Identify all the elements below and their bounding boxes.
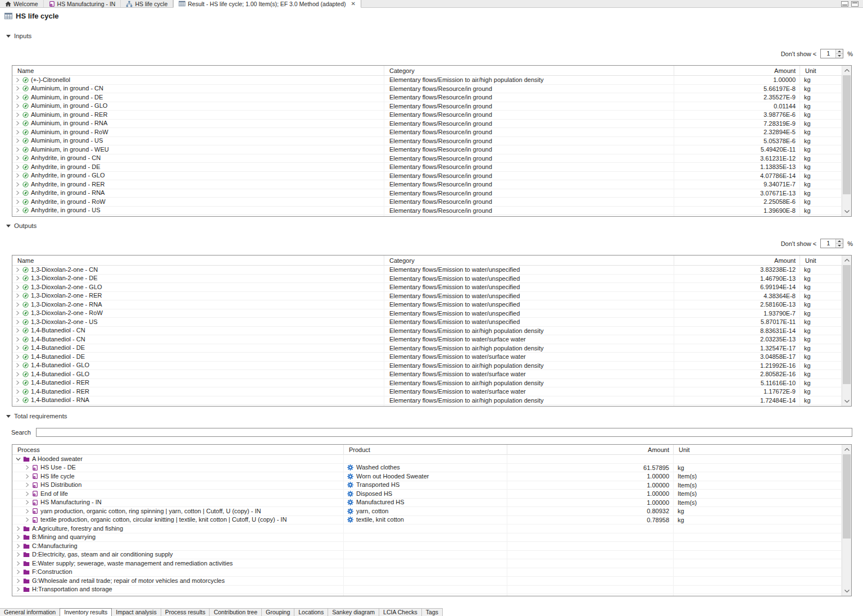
flow-row[interactable]: 1,3-Dioxolan-2-one - RoW Elementary flow… <box>12 309 851 318</box>
expand-chevron-icon[interactable] <box>15 156 20 161</box>
expand-chevron-icon[interactable] <box>16 587 21 592</box>
collapse-triangle-icon[interactable] <box>6 415 11 418</box>
expand-chevron-icon[interactable] <box>16 596 21 596</box>
process-row[interactable]: E:Water supply; sewerage, waste manageme… <box>12 559 851 568</box>
flow-row[interactable]: Anhydrite, in ground - CN Elementary flo… <box>12 154 851 163</box>
tab-hs-life-cycle[interactable]: HS life cycle <box>121 0 173 7</box>
expand-chevron-icon[interactable] <box>15 190 20 195</box>
bottom-tab-grouping[interactable]: Grouping <box>261 608 294 616</box>
col-header-unit[interactable]: Unit <box>800 66 842 76</box>
process-row[interactable]: yarn production, organic cotton, ring sp… <box>12 507 851 516</box>
process-row[interactable]: textile production, organic cotton, circ… <box>12 516 851 525</box>
expand-chevron-icon[interactable] <box>25 482 30 487</box>
flow-row[interactable]: 1,4-Butanediol - GLO Elementary flows/Em… <box>12 362 851 371</box>
collapse-triangle-icon[interactable] <box>6 35 11 38</box>
expand-chevron-icon[interactable] <box>15 147 20 152</box>
expand-chevron-icon[interactable] <box>15 293 20 298</box>
flow-row[interactable]: 1,4-Butanediol - RER Elementary flows/Em… <box>12 387 851 396</box>
bottom-tab-sankey-diagram[interactable]: Sankey diagram <box>328 608 379 616</box>
expand-chevron-icon[interactable] <box>16 457 21 461</box>
scroll-thumb[interactable] <box>843 454 851 539</box>
expand-chevron-icon[interactable] <box>15 320 20 325</box>
outputs-scrollbar[interactable] <box>842 255 851 406</box>
flow-row[interactable]: Anhydrite, in ground - RER Elementary fl… <box>12 180 851 189</box>
flow-row[interactable]: Aluminium, in ground - RoW Elementary fl… <box>12 128 851 137</box>
col-header-product[interactable]: Product <box>344 445 507 455</box>
flow-row[interactable]: 1,3-Dioxolan-2-one - RNA Elementary flow… <box>12 300 851 309</box>
scroll-up-icon[interactable] <box>842 445 851 454</box>
flow-row[interactable]: Aluminium, in ground - WEU Elementary fl… <box>12 145 851 154</box>
flow-row[interactable]: Anhydrite, in ground - WEU Elementary fl… <box>12 215 851 217</box>
flow-row[interactable]: Anhydrite, in ground - DE Elementary flo… <box>12 163 851 172</box>
section-header-outputs[interactable]: Outputs <box>6 222 37 229</box>
flow-row[interactable]: 1,4-Butanediol - DE Elementary flows/Emi… <box>12 353 851 362</box>
flow-row[interactable]: 1,3-Dioxolan-2-one - DE Elementary flows… <box>12 275 851 284</box>
flow-row[interactable]: Anhydrite, in ground - US Elementary flo… <box>12 207 851 216</box>
expand-chevron-icon[interactable] <box>16 535 21 540</box>
expand-chevron-icon[interactable] <box>15 130 20 135</box>
expand-chevron-icon[interactable] <box>16 544 21 549</box>
expand-chevron-icon[interactable] <box>15 372 20 377</box>
expand-chevron-icon[interactable] <box>15 363 20 368</box>
flow-row[interactable]: Aluminium, in ground - RNA Elementary fl… <box>12 120 851 129</box>
flow-row[interactable]: 1,4-Butanediol - RNA Elementary flows/Em… <box>12 396 851 405</box>
expand-chevron-icon[interactable] <box>15 267 20 272</box>
process-row[interactable]: D:Electricity, gas, steam and air condit… <box>12 551 851 560</box>
bottom-tab-contribution-tree[interactable]: Contribution tree <box>209 608 262 616</box>
cutoff-value[interactable]: 1 <box>821 239 835 248</box>
flow-row[interactable]: Aluminium, in ground - RER Elementary fl… <box>12 111 851 120</box>
scroll-thumb[interactable] <box>843 265 851 384</box>
col-header-amount[interactable]: Amount <box>674 66 800 76</box>
expand-chevron-icon[interactable] <box>15 86 20 91</box>
bottom-tab-inventory-results[interactable]: Inventory results <box>60 608 112 616</box>
col-header-name[interactable]: Name <box>12 255 384 266</box>
col-header-amount[interactable]: Amount <box>674 255 800 266</box>
cutoff-spinner[interactable]: 1 <box>820 49 843 58</box>
flow-row[interactable]: Aluminium, in ground - US Elementary flo… <box>12 137 851 146</box>
process-row[interactable]: H:Transportation and storage <box>12 586 851 595</box>
bottom-tab-impact-analysis[interactable]: Impact analysis <box>111 608 161 616</box>
expand-chevron-icon[interactable] <box>15 208 20 213</box>
flow-row[interactable]: Aluminium, in ground - CN Elementary flo… <box>12 85 851 94</box>
expand-chevron-icon[interactable] <box>16 578 21 583</box>
flow-row[interactable]: Aluminium, in ground - GLO Elementary fl… <box>12 102 851 111</box>
expand-chevron-icon[interactable] <box>15 121 20 126</box>
flow-row[interactable]: (+-)-Citronellol Elementary flows/Emissi… <box>12 76 851 85</box>
expand-chevron-icon[interactable] <box>15 165 20 170</box>
expand-chevron-icon[interactable] <box>15 199 20 204</box>
cutoff-spinner[interactable]: 1 <box>820 239 843 248</box>
flow-row[interactable]: Anhydrite, in ground - RNA Elementary fl… <box>12 189 851 198</box>
flow-row[interactable]: 1,4-Butanediol - RNA Elementary flows/Em… <box>12 405 851 407</box>
spinner-up-icon[interactable] <box>836 239 843 244</box>
expand-chevron-icon[interactable] <box>15 311 20 316</box>
col-header-amount[interactable]: Amount <box>507 445 674 455</box>
flow-row[interactable]: 1,4-Butanediol - CN Elementary flows/Emi… <box>12 335 851 344</box>
expand-chevron-icon[interactable] <box>15 182 20 187</box>
expand-chevron-icon[interactable] <box>15 112 20 117</box>
tab-result[interactable]: Result - HS life cycle; 1.00 Item(s); EF… <box>173 0 361 8</box>
tab-hs-manufacturing[interactable]: HS Manufacturing - IN <box>44 0 121 7</box>
minimize-icon[interactable] <box>841 1 848 7</box>
col-header-unit[interactable]: Unit <box>674 445 842 455</box>
expand-chevron-icon[interactable] <box>15 77 20 83</box>
scroll-down-icon[interactable] <box>842 207 851 216</box>
col-header-category[interactable]: Category <box>384 255 674 266</box>
bottom-tab-tags[interactable]: Tags <box>421 608 443 616</box>
expand-chevron-icon[interactable] <box>25 474 30 479</box>
maximize-icon[interactable] <box>851 1 859 7</box>
flow-row[interactable]: 1,3-Dioxolan-2-one - GLO Elementary flow… <box>12 283 851 292</box>
expand-chevron-icon[interactable] <box>15 95 20 100</box>
spinner-down-icon[interactable] <box>836 54 843 58</box>
expand-chevron-icon[interactable] <box>25 465 30 470</box>
col-header-process[interactable]: Process <box>12 445 344 455</box>
expand-chevron-icon[interactable] <box>15 345 20 350</box>
search-input[interactable] <box>36 428 852 437</box>
process-row[interactable]: A:Agriculture, forestry and fishing <box>12 524 851 533</box>
process-row[interactable]: HS life cycle Worn out Hooded Sweater 1.… <box>12 472 851 481</box>
expand-chevron-icon[interactable] <box>15 354 20 359</box>
process-row[interactable]: B:Mining and quarrying <box>12 533 851 542</box>
process-row[interactable]: HS Distribution Transported HS 1.00000 I… <box>12 481 851 490</box>
expand-chevron-icon[interactable] <box>25 491 30 496</box>
flow-row[interactable]: 1,4-Butanediol - DE Elementary flows/Emi… <box>12 344 851 353</box>
process-row[interactable]: G:Wholesale and retail trade; repair of … <box>12 577 851 586</box>
